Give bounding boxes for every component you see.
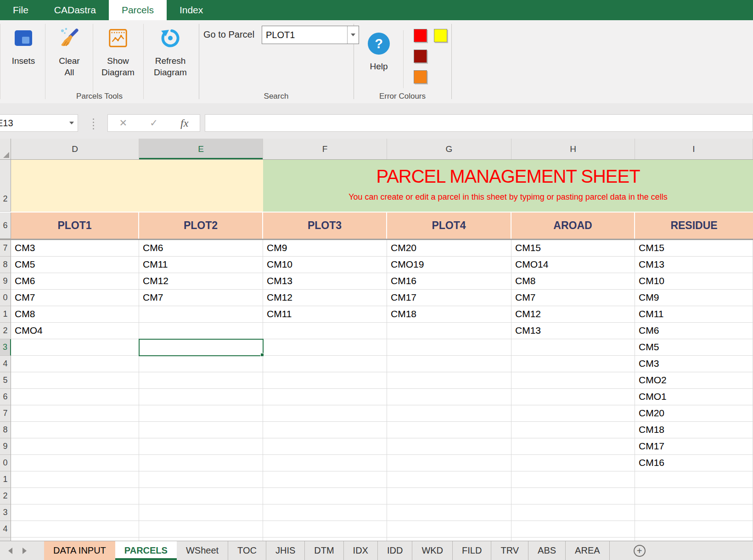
- cell[interactable]: [139, 339, 263, 356]
- cell[interactable]: [511, 471, 635, 488]
- cell[interactable]: [11, 339, 139, 356]
- cell[interactable]: CM16: [387, 273, 511, 290]
- ribbon-tab-index[interactable]: Index: [167, 0, 216, 20]
- cell[interactable]: CM7: [139, 290, 263, 306]
- cell[interactable]: CM17: [635, 438, 753, 455]
- ribbon-tab-cadastra[interactable]: CADastra: [41, 0, 109, 20]
- refresh-diagram-button[interactable]: Refresh Diagram: [145, 25, 196, 78]
- row-header[interactable]: 5: [0, 372, 11, 389]
- combo-dropdown-button[interactable]: [347, 26, 359, 44]
- cell[interactable]: [139, 504, 263, 521]
- cell[interactable]: [11, 504, 139, 521]
- cell[interactable]: [387, 372, 511, 389]
- cell[interactable]: [11, 455, 139, 471]
- cell[interactable]: [511, 455, 635, 471]
- enter-icon[interactable]: ✓: [150, 118, 158, 129]
- column-header-f[interactable]: F: [263, 139, 387, 159]
- cell[interactable]: CM5: [11, 257, 139, 273]
- cell[interactable]: [11, 438, 139, 455]
- cell[interactable]: [511, 504, 635, 521]
- name-box-dropdown[interactable]: [66, 122, 78, 124]
- cell[interactable]: CM9: [263, 240, 387, 257]
- add-sheet-button[interactable]: +: [634, 545, 646, 557]
- go-to-parcel-value[interactable]: PLOT1: [262, 26, 347, 44]
- grip-handle-icon[interactable]: [93, 118, 94, 129]
- cell[interactable]: [635, 504, 753, 521]
- row-header[interactable]: 1: [0, 306, 11, 323]
- cell[interactable]: [11, 471, 139, 488]
- row-header[interactable]: 7: [0, 240, 11, 257]
- row-header[interactable]: 2: [0, 160, 11, 212]
- sheet-tab-jhis[interactable]: JHIS: [266, 541, 305, 560]
- cell[interactable]: CMO14: [511, 257, 635, 273]
- sheet-tab-idd[interactable]: IDD: [378, 541, 412, 560]
- cell[interactable]: [511, 339, 635, 356]
- cell[interactable]: [511, 389, 635, 405]
- cell[interactable]: [263, 339, 387, 356]
- cell[interactable]: CM20: [387, 240, 511, 257]
- cell[interactable]: CM7: [11, 290, 139, 306]
- cell[interactable]: [387, 488, 511, 504]
- dark-red-swatch-button[interactable]: [414, 50, 427, 63]
- cell[interactable]: [387, 405, 511, 422]
- sheet-tab-trv[interactable]: TRV: [491, 541, 528, 560]
- cell[interactable]: CM10: [263, 257, 387, 273]
- cell[interactable]: CM9: [635, 290, 753, 306]
- select-all-corner[interactable]: [0, 139, 11, 159]
- cell[interactable]: CM15: [635, 240, 753, 257]
- cell[interactable]: CM11: [139, 257, 263, 273]
- sheet-tab-idx[interactable]: IDX: [344, 541, 378, 560]
- column-header-i[interactable]: I: [635, 139, 753, 159]
- cell[interactable]: [11, 356, 139, 372]
- column-header-d[interactable]: D: [11, 139, 139, 159]
- cell[interactable]: [511, 438, 635, 455]
- cell[interactable]: CM10: [635, 273, 753, 290]
- sheet-tab-area[interactable]: AREA: [566, 541, 609, 560]
- left-arrow-icon[interactable]: [8, 548, 12, 554]
- cell[interactable]: [263, 438, 387, 455]
- cell[interactable]: [263, 455, 387, 471]
- cell[interactable]: [263, 538, 387, 541]
- cell[interactable]: [635, 471, 753, 488]
- cell[interactable]: CM8: [11, 306, 139, 323]
- formula-input[interactable]: [205, 114, 753, 132]
- insets-button[interactable]: Insets: [5, 25, 42, 67]
- insert-function-icon[interactable]: fx: [180, 117, 188, 129]
- cell[interactable]: [387, 504, 511, 521]
- row-header[interactable]: 9: [0, 438, 11, 455]
- cell[interactable]: CM6: [635, 323, 753, 339]
- sheet-tab-data-input[interactable]: DATA INPUT: [44, 541, 115, 560]
- row-header[interactable]: 7: [0, 405, 11, 422]
- cell[interactable]: [139, 356, 263, 372]
- cell[interactable]: CM13: [635, 257, 753, 273]
- row-header[interactable]: [0, 538, 11, 541]
- row-header[interactable]: 9: [0, 273, 11, 290]
- cell[interactable]: [511, 422, 635, 438]
- row-header[interactable]: 2: [0, 488, 11, 504]
- sheet-tab-wkd[interactable]: WKD: [412, 541, 453, 560]
- column-header-g[interactable]: G: [387, 139, 511, 159]
- go-to-parcel-combobox[interactable]: PLOT1: [262, 26, 359, 44]
- cell[interactable]: CM11: [263, 306, 387, 323]
- cell[interactable]: [139, 405, 263, 422]
- cell[interactable]: [139, 488, 263, 504]
- ribbon-tab-file[interactable]: File: [0, 0, 41, 20]
- cell[interactable]: CM13: [511, 323, 635, 339]
- sheet-tab-toc[interactable]: TOC: [228, 541, 266, 560]
- sheet-tab-dtm[interactable]: DTM: [305, 541, 343, 560]
- cell[interactable]: [139, 306, 263, 323]
- cell[interactable]: CMO1: [635, 389, 753, 405]
- cell[interactable]: CM20: [635, 405, 753, 422]
- show-diagram-button[interactable]: Show Diagram: [95, 25, 141, 78]
- cell[interactable]: [387, 471, 511, 488]
- cell[interactable]: [263, 372, 387, 389]
- right-arrow-icon[interactable]: [22, 548, 27, 554]
- cell[interactable]: [11, 422, 139, 438]
- row-header[interactable]: 3: [0, 339, 11, 356]
- cell[interactable]: [511, 372, 635, 389]
- ribbon-tab-parcels[interactable]: Parcels: [109, 0, 167, 20]
- cell[interactable]: CM17: [387, 290, 511, 306]
- cell[interactable]: [387, 455, 511, 471]
- orange-swatch-button[interactable]: [414, 70, 427, 84]
- cell[interactable]: CM15: [511, 240, 635, 257]
